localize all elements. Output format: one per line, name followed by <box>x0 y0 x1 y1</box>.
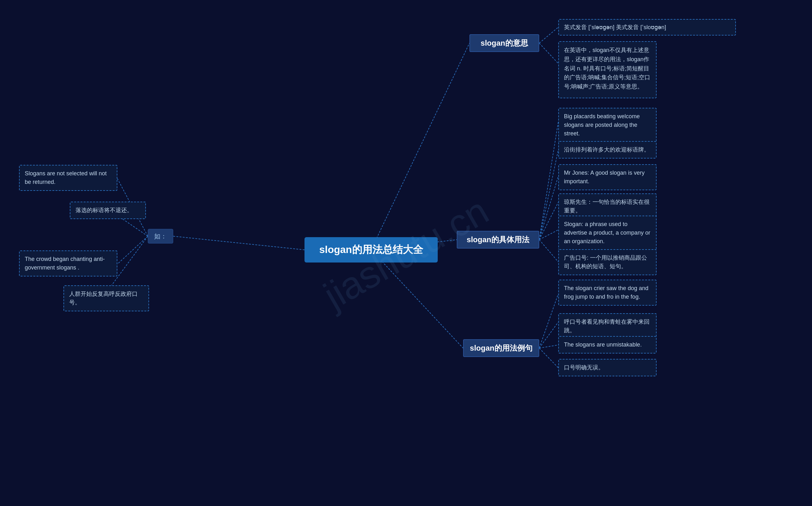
svg-line-15 <box>539 348 558 368</box>
meaning-def-text: 在英语中，slogan不仅具有上述意思，还有更详尽的用法，slogan作名词 n… <box>564 46 651 91</box>
svg-line-2 <box>371 250 463 348</box>
leaf-l1: Slogans are not selected will not be ret… <box>19 165 117 191</box>
leaf-cn4: 呼口号者看见狗和青蛙在雾中来回跳。 <box>558 313 657 339</box>
leaf-en1: Big placards beating welcome slogans are… <box>558 108 657 142</box>
svg-line-9 <box>539 202 558 240</box>
svg-line-4 <box>539 27 558 43</box>
svg-line-3 <box>173 236 305 250</box>
mid-usage-label: slogan的具体用法 <box>467 235 529 245</box>
svg-line-10 <box>539 230 558 240</box>
leaf-cn5-text: 口号明确无误。 <box>564 364 604 370</box>
mid-node-meaning: slogan的意思 <box>470 34 539 52</box>
svg-line-6 <box>539 122 558 240</box>
label-ru: 如： <box>154 232 167 241</box>
center-node: slogan的用法总结大全 <box>305 237 438 262</box>
leaf-en3: Slogan: a phrase used to advertise a pro… <box>558 216 657 250</box>
leaf-cn5: 口号明确无误。 <box>558 359 657 376</box>
svg-line-0 <box>371 43 470 250</box>
mid-meaning-label: slogan的意思 <box>481 38 528 48</box>
svg-line-18 <box>117 236 148 264</box>
leaf-lcn2: 人群开始反复高呼反政府口号。 <box>64 285 149 311</box>
mid-examples-label: slogan的用法例句 <box>470 343 532 353</box>
leaf-en2-text: Mr Jones: A good slogan is very importan… <box>564 170 645 184</box>
leaf-en5-text: The slogans are unmistakable. <box>564 341 642 348</box>
leaf-cn3: 广告口号: 一个用以推销商品跟公司、机构的短语、短句。 <box>558 249 657 275</box>
svg-line-5 <box>539 43 558 63</box>
leaf-cn1-text: 沿街排列着许多大的欢迎标语牌。 <box>564 147 650 153</box>
mindmap-container: slogan的用法总结大全 slogan的意思 slogan的具体用法 slog… <box>0 0 812 506</box>
leaf-en2: Mr Jones: A good slogan is very importan… <box>558 164 657 190</box>
leaf-cn3-text: 广告口号: 一个用以推销商品跟公司、机构的短语、短句。 <box>564 255 647 269</box>
leaf-en4: The slogan crier saw the dog and frog ju… <box>558 280 657 306</box>
leaf-cn1: 沿街排列着许多大的欢迎标语牌。 <box>558 141 657 159</box>
svg-line-13 <box>539 322 558 348</box>
center-label: slogan的用法总结大全 <box>319 243 423 257</box>
leaf-l2: The crowd began chanting anti-government… <box>19 250 117 276</box>
svg-line-7 <box>539 150 558 240</box>
leaf-en1-text: Big placards beating welcome slogans are… <box>564 113 640 137</box>
label-node-ru: 如： <box>148 229 173 244</box>
leaf-cn4-text: 呼口号者看见狗和青蛙在雾中来回跳。 <box>564 319 650 334</box>
leaf-lcn1: 落选的标语将不退还。 <box>70 202 146 219</box>
leaf-en5: The slogans are unmistakable. <box>558 336 657 353</box>
leaf-lcn2-text: 人群开始反复高呼反政府口号。 <box>69 291 138 306</box>
svg-line-14 <box>539 345 558 348</box>
leaf-l1-text: Slogans are not selected will not be ret… <box>25 170 106 185</box>
pronunciation-text: 英式发音 [ˈsləʊɡən] 美式发音 [ˈsloʊɡən] <box>564 23 666 31</box>
svg-line-11 <box>539 240 558 262</box>
leaf-en3-text: Slogan: a phrase used to advertise a pro… <box>564 221 650 244</box>
svg-line-8 <box>539 176 558 240</box>
leaf-cn2-text: 琼斯先生：一句恰当的标语实在很重要。 <box>564 199 650 214</box>
meaning-def-node: 在英语中，slogan不仅具有上述意思，还有更详尽的用法，slogan作名词 n… <box>558 41 657 98</box>
pronunciation-node: 英式发音 [ˈsləʊɡən] 美式发音 [ˈsloʊɡən] <box>558 19 736 35</box>
leaf-en4-text: The slogan crier saw the dog and frog ju… <box>564 285 648 300</box>
leaf-lcn1-text: 落选的标语将不退还。 <box>76 207 133 214</box>
svg-line-12 <box>539 294 558 348</box>
mid-node-examples: slogan的用法例句 <box>463 339 539 357</box>
mid-node-usage: slogan的具体用法 <box>457 231 539 249</box>
leaf-l2-text: The crowd began chanting anti-government… <box>25 256 105 271</box>
